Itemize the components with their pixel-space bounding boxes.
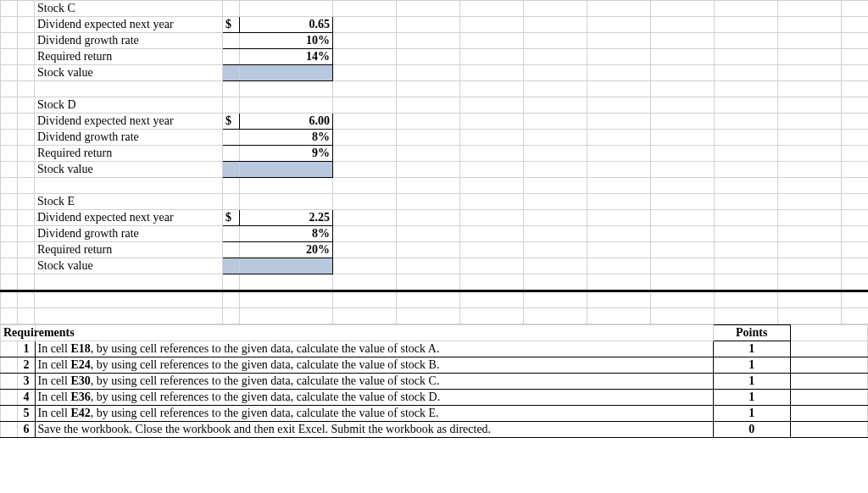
stock-d-dividend-row: Dividend expected next year $ 6.00 [1, 114, 869, 130]
req-pts-5[interactable]: 1 [713, 406, 790, 422]
stock-d-value-cell[interactable] [240, 162, 333, 178]
requirements-header-row: Requirements Points [1, 325, 868, 341]
stock-c-req-label[interactable]: Required return [35, 49, 223, 65]
req-pts-6[interactable]: 0 [713, 422, 790, 438]
stock-d-div-value[interactable]: 6.00 [240, 114, 333, 130]
stock-e-required-row: Required return 20% [1, 242, 869, 258]
req-num-3[interactable]: 3 [18, 374, 35, 390]
req-pts-1[interactable]: 1 [713, 341, 790, 357]
stock-e-value-row: Stock value [1, 258, 869, 274]
req-num-1[interactable]: 1 [18, 341, 35, 357]
req-num-6[interactable]: 6 [18, 422, 35, 438]
requirements-table[interactable]: Requirements Points 1 In cell E18, by us… [0, 324, 868, 438]
stock-e-growth-row: Dividend growth rate 8% [1, 226, 869, 242]
stock-d-val-label[interactable]: Stock value [35, 162, 223, 178]
stock-e-req-label[interactable]: Required return [35, 242, 223, 258]
stock-d-value-row: Stock value [1, 162, 869, 178]
section-divider [1, 291, 869, 308]
stock-c-div-value[interactable]: 0.65 [240, 17, 333, 33]
stock-c-title-row: Stock C [1, 1, 869, 17]
stock-d-req-label[interactable]: Required return [35, 146, 223, 162]
stock-d-title-row: Stock D [1, 97, 869, 114]
requirement-row-5: 5 In cell E42, by using cell references … [1, 406, 868, 422]
req-text-3[interactable]: In cell E30, by using cell references to… [35, 374, 713, 390]
stock-c-div-label[interactable]: Dividend expected next year [35, 17, 223, 33]
data-grid[interactable]: Stock C Dividend expected next year $ 0.… [0, 0, 868, 324]
req-pts-2[interactable]: 1 [713, 357, 790, 374]
requirement-row-2: 2 In cell E24, by using cell references … [1, 357, 868, 374]
stock-d-growth-row: Dividend growth rate 8% [1, 130, 869, 146]
stock-c-val-label[interactable]: Stock value [35, 65, 223, 81]
requirement-row-3: 3 In cell E30, by using cell references … [1, 374, 868, 390]
stock-c-value-cell[interactable] [240, 65, 333, 81]
stock-d-req-value[interactable]: 9% [240, 146, 333, 162]
stock-e-div-currency[interactable]: $ [223, 210, 240, 226]
spreadsheet-area[interactable]: Stock C Dividend expected next year $ 0.… [0, 0, 868, 493]
stock-c-title[interactable]: Stock C [35, 1, 223, 17]
stock-e-growth-value[interactable]: 8% [240, 226, 333, 242]
stock-d-growth-label[interactable]: Dividend growth rate [35, 130, 223, 146]
req-pts-4[interactable]: 1 [713, 390, 790, 406]
stock-e-title[interactable]: Stock E [35, 194, 223, 210]
stock-e-dividend-row: Dividend expected next year $ 2.25 [1, 210, 869, 226]
stock-e-div-label[interactable]: Dividend expected next year [35, 210, 223, 226]
stock-d-growth-value[interactable]: 8% [240, 130, 333, 146]
stock-c-dividend-row: Dividend expected next year $ 0.65 [1, 17, 869, 33]
stock-d-title[interactable]: Stock D [35, 97, 223, 114]
requirement-row-4: 4 In cell E36, by using cell references … [1, 390, 868, 406]
requirement-row-1: 1 In cell E18, by using cell references … [1, 341, 868, 357]
stock-e-title-row: Stock E [1, 194, 869, 210]
stock-d-required-row: Required return 9% [1, 146, 869, 162]
req-text-6[interactable]: Save the workbook. Close the workbook an… [35, 422, 713, 438]
req-num-2[interactable]: 2 [18, 357, 35, 374]
req-pts-3[interactable]: 1 [713, 374, 790, 390]
points-heading: Points [713, 325, 790, 341]
stock-e-req-value[interactable]: 20% [240, 242, 333, 258]
stock-c-growth-row: Dividend growth rate 10% [1, 33, 869, 49]
stock-c-growth-value[interactable]: 10% [240, 33, 333, 49]
req-text-2[interactable]: In cell E24, by using cell references to… [35, 357, 713, 374]
req-num-5[interactable]: 5 [18, 406, 35, 422]
req-text-1[interactable]: In cell E18, by using cell references to… [35, 341, 713, 357]
stock-d-div-label[interactable]: Dividend expected next year [35, 114, 223, 130]
stock-e-value-cell[interactable] [240, 258, 333, 274]
stock-e-val-label[interactable]: Stock value [35, 258, 223, 274]
stock-c-div-currency[interactable]: $ [223, 17, 240, 33]
stock-c-req-value[interactable]: 14% [240, 49, 333, 65]
stock-e-growth-label[interactable]: Dividend growth rate [35, 226, 223, 242]
requirement-row-6: 6 Save the workbook. Close the workbook … [1, 422, 868, 438]
req-num-4[interactable]: 4 [18, 390, 35, 406]
requirements-heading: Requirements [1, 325, 36, 341]
req-text-5[interactable]: In cell E42, by using cell references to… [35, 406, 713, 422]
req-text-4[interactable]: In cell E36, by using cell references to… [35, 390, 713, 406]
stock-c-value-row: Stock value [1, 65, 869, 81]
stock-e-div-value[interactable]: 2.25 [240, 210, 333, 226]
stock-c-growth-label[interactable]: Dividend growth rate [35, 33, 223, 49]
stock-d-div-currency[interactable]: $ [223, 114, 240, 130]
stock-c-required-row: Required return 14% [1, 49, 869, 65]
